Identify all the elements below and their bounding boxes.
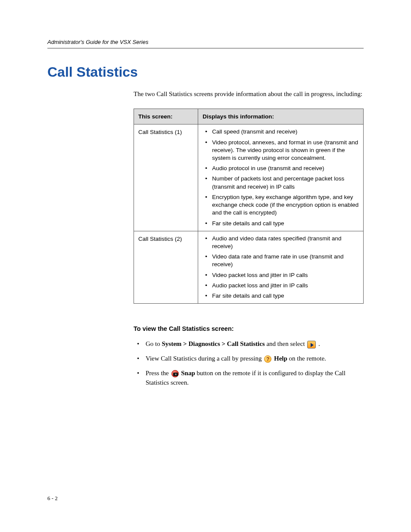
step-text: Go to — [146, 340, 162, 347]
running-header: Administrator's Guide for the VSX Series — [47, 39, 364, 45]
step-bold-snap: Snap — [181, 370, 195, 376]
cell-screen-1: Call Statistics (1) — [134, 124, 198, 231]
step-text: Press the — [146, 370, 171, 376]
list-item: Audio packet loss and jitter in IP calls — [202, 282, 359, 289]
table-header-info: Displays this information: — [198, 109, 364, 124]
list-item: Encryption type, key exchange algorithm … — [202, 193, 359, 217]
table-header-screen: This screen: — [134, 109, 198, 124]
cell-screen-2: Call Statistics (2) — [134, 231, 198, 304]
table-row: Call Statistics (1) Call speed (transmit… — [134, 124, 364, 231]
step-bold-path: System > Diagnostics > Call Statistics — [162, 340, 265, 347]
intro-paragraph: The two Call Statistics screens provide … — [134, 90, 364, 99]
list-item: Audio protocol in use (transmit and rece… — [202, 165, 359, 172]
list-item: Audio and video data rates specified (tr… — [202, 235, 359, 250]
page-title: Call Statistics — [47, 64, 364, 80]
cell-info-1: Call speed (transmit and receive) Video … — [198, 124, 364, 231]
list-item: Far site details and call type — [202, 220, 359, 227]
list-item: Video protocol, annexes, and format in u… — [202, 139, 359, 162]
step-item-2: View Call Statistics during a call by pr… — [134, 354, 364, 364]
table-header-row: This screen: Displays this information: — [134, 109, 364, 124]
help-icon: ? — [264, 355, 271, 363]
table-row: Call Statistics (2) Audio and video data… — [134, 231, 364, 304]
list-item: Number of packets lost and percentage pa… — [202, 175, 359, 190]
call-stats-table: This screen: Displays this information: … — [134, 109, 364, 304]
list-item: Far site details and call type — [202, 292, 359, 300]
step-text: and then select — [265, 340, 307, 347]
list-item: Video packet loss and jitter in IP calls — [202, 271, 359, 279]
list-item: Video data rate and frame rate in use (t… — [202, 253, 359, 268]
page-number: 6 - 2 — [47, 495, 58, 502]
header-rule — [47, 48, 364, 49]
steps-list: Go to System > Diagnostics > Call Statis… — [134, 339, 364, 387]
camera-icon — [171, 370, 179, 377]
list-item: Call speed (transmit and receive) — [202, 128, 359, 136]
step-text: View Call Statistics during a call by pr… — [146, 355, 263, 362]
steps-heading: To view the Call Statistics screen: — [134, 324, 364, 333]
step-item-1: Go to System > Diagnostics > Call Statis… — [134, 339, 364, 349]
step-text: . — [317, 340, 320, 347]
cell-info-2: Audio and video data rates specified (tr… — [198, 231, 364, 304]
step-text: on the remote. — [287, 355, 326, 362]
play-icon — [307, 341, 316, 348]
step-item-3: Press the Snap button on the remote if i… — [134, 369, 364, 388]
step-bold-help: Help — [274, 355, 287, 362]
